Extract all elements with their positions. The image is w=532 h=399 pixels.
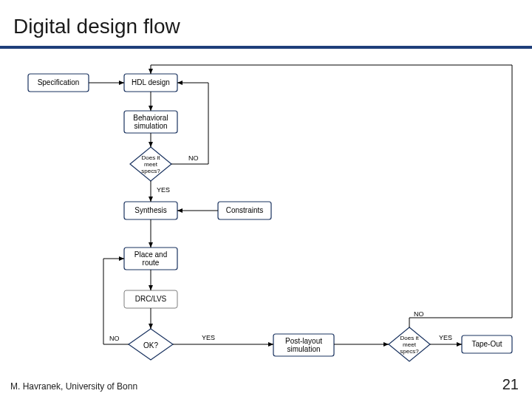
node-d1-l2: meet [144, 161, 158, 168]
node-drc-label: DRC/LVS [135, 295, 167, 303]
edge-d1-yes: YES [157, 186, 170, 194]
page-number: 21 [502, 376, 519, 393]
footer-author: M. Havranek, University of Bonn [10, 381, 137, 392]
node-synth-label: Synthesis [134, 206, 166, 214]
node-pr-l2: route [143, 259, 160, 267]
node-d1-l1: Does it [142, 154, 161, 161]
node-d2-l2: meet [403, 341, 417, 348]
edge-ok-yes: YES [202, 334, 215, 341]
edge-d1-no: NO [188, 154, 199, 162]
edge-ok-no: NO [109, 335, 120, 342]
node-pr-l1: Place and [134, 250, 167, 259]
flowchart: Specification HDL design Behavioral simu… [0, 0, 532, 399]
edge-d2-yes: YES [439, 334, 452, 341]
node-d1-l3: specs? [141, 168, 160, 174]
node-behav-label-2: simulation [134, 122, 167, 130]
line-d2-no [151, 65, 512, 327]
node-d2-l1: Does it [400, 335, 420, 341]
node-spec-label: Specification [38, 78, 80, 86]
node-constr-label: Constraints [226, 206, 264, 214]
node-behav-label-1: Behavioral [133, 114, 168, 122]
node-post-l2: simulation [287, 345, 320, 353]
edge-d2-no: NO [414, 310, 424, 318]
node-post-l1: Post-layout [285, 337, 322, 345]
node-hdl-label: HDL design [132, 78, 170, 86]
node-d2-l3: specs? [400, 348, 419, 355]
node-tape-label: Tape-Out [471, 340, 502, 348]
node-ok-label: OK? [143, 341, 158, 349]
